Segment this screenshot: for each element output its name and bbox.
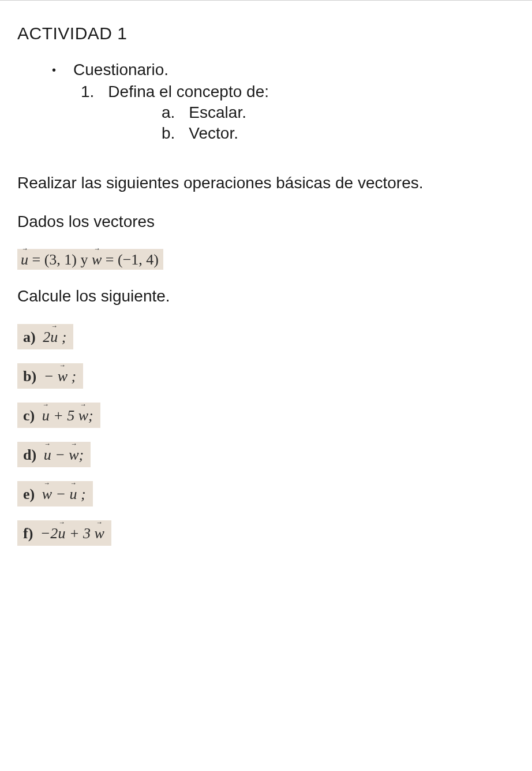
question-marker: 1. [81,83,94,101]
vector-u: u [58,525,65,542]
suffix: ; [68,368,76,385]
vector-u: u [50,329,58,346]
prefix: − [44,368,58,385]
question-1b: b. Vector. [162,124,515,143]
instruction-given: Dados los vectores [17,210,515,233]
exercise-f: f) −2u + 3 w [17,520,515,546]
activity-title: ACTIVIDAD 1 [17,24,515,43]
prefix: 2 [43,329,50,345]
instruction-calculate: Calcule los siguiente. [17,285,515,307]
vector-u: u [42,407,50,424]
operator: − [51,446,69,463]
exercise-d: d) u − w; [17,442,515,467]
item-label: c) [23,407,35,424]
item-label: f) [23,525,33,542]
sub-marker: a. [162,103,175,122]
prefix: −2 [40,525,58,542]
suffix: ; [77,486,86,502]
item-label: a) [23,329,36,345]
vector-definitions: u = (3, 1) y w = (−1, 4) [17,249,515,285]
item-label: d) [23,446,36,463]
vector-w: w [78,407,88,424]
vector-w: w [58,368,68,385]
exercise-c: c) u + 5 w; [17,403,515,428]
suffix: ; [58,329,66,345]
suffix: ; [79,446,84,463]
bullet-marker: • [52,64,56,76]
bullet-item: • Cuestionario. [52,61,515,79]
vector-w: w [42,486,52,503]
vector-u: u [70,486,77,503]
question-1: 1. Defina el concepto de: [81,83,515,101]
bullet-label: Cuestionario. [73,61,168,79]
u-value: = (3, 1) y [28,251,92,268]
question-text: Defina el concepto de: [108,83,269,101]
w-value: = (−1, 4) [102,251,159,268]
sub-text: Escalar. [189,103,246,122]
vector-w: w [69,446,78,464]
operator: − [52,486,70,502]
vector-u: u [44,446,51,464]
vector-w: w [92,251,102,269]
operator: + 5 [50,407,78,424]
item-label: e) [23,486,35,502]
sub-marker: b. [162,124,175,143]
instruction-operations: Realizar las siguientes operaciones bási… [17,172,515,194]
vector-u: u [21,251,28,269]
vector-w: w [94,525,104,542]
exercise-b: b) − w ; [17,363,515,389]
question-1a: a. Escalar. [162,103,515,122]
suffix: ; [88,407,93,424]
exercise-list: a) 2u ; b) − w ; c) u + 5 w; d) u − w; e… [17,324,515,546]
sub-text: Vector. [189,124,238,143]
operator: + 3 [65,525,94,542]
exercise-a: a) 2u ; [17,324,515,349]
exercise-e: e) w − u ; [17,481,515,506]
item-label: b) [23,368,36,385]
questionnaire-section: • Cuestionario. 1. Defina el concepto de… [52,61,515,143]
